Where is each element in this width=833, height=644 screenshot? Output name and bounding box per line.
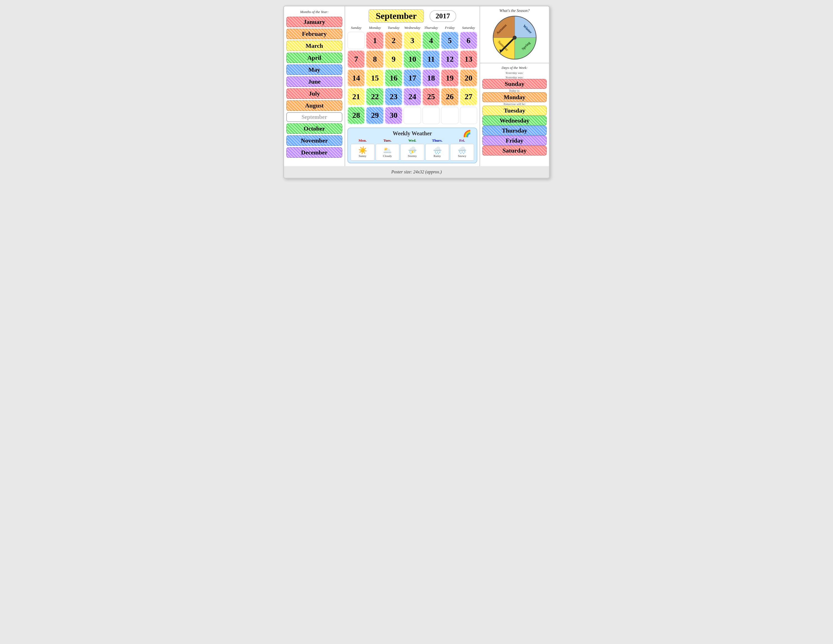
calendar-cell — [441, 107, 458, 124]
calendar-cell — [347, 32, 365, 49]
calendar-cell: 29 — [366, 107, 383, 124]
calendar-cell: 26 — [441, 88, 458, 105]
weather-cell-stormy: ⛈️Stormy — [400, 144, 424, 161]
month-tag-july: July — [286, 89, 343, 99]
weather-icon: 🌨️ — [458, 147, 466, 154]
calendar-cell: 30 — [385, 107, 402, 124]
year-box: 2017 — [429, 10, 456, 22]
weather-label: Rainy — [433, 154, 441, 158]
poster: Months of the Year: JanuaryFebruaryMarch… — [283, 6, 550, 179]
day-header-tuesday: Tuesday — [385, 25, 402, 31]
calendar-header: September 2017 — [347, 9, 477, 23]
calendar-cell: 24 — [404, 88, 421, 105]
calendar-cell — [404, 107, 421, 124]
calendar-cell: 22 — [366, 88, 383, 105]
days-list: Yesterday was:SundayToday is:MondayTomor… — [482, 76, 547, 156]
month-tag-february: February — [286, 29, 343, 39]
calendar-cell: 11 — [422, 50, 440, 68]
footer-text: Poster size: 24x32 (approx.) — [391, 169, 442, 174]
weather-label: Stormy — [408, 154, 417, 158]
footer: Poster size: 24x32 (approx.) — [284, 166, 549, 178]
month-tag-october: October — [286, 123, 343, 134]
month-tag-april: April — [286, 53, 343, 63]
weather-cell-cloudy: 🌥️Cloudy — [376, 144, 400, 161]
day-header-thursday: Thursday — [422, 25, 440, 31]
weather-title: Weekly Weather 🌈 — [351, 130, 474, 137]
day-header-monday: Monday — [366, 25, 383, 31]
day-subtitle-1: Today is: — [482, 89, 547, 92]
weather-label: Snowy — [458, 154, 466, 158]
weather-icon: 🌧️ — [433, 147, 442, 154]
weather-header-fri.: Fri. — [450, 138, 474, 143]
calendar-cell: 20 — [460, 69, 477, 87]
calendar-cell: 25 — [422, 88, 440, 105]
calendar-cell: 1 — [366, 32, 383, 49]
calendar-cell: 23 — [385, 88, 402, 105]
month-tag-march: March — [286, 40, 343, 51]
calendar-cell: 14 — [347, 69, 365, 87]
svg-point-9 — [513, 36, 516, 40]
weather-icon: ☀️ — [358, 147, 367, 154]
days-of-week-section: Days of the Week: Yesterday was: Yesterd… — [480, 63, 549, 158]
calendar-cell: 27 — [460, 88, 477, 105]
month-tag-june: June — [286, 76, 343, 87]
weather-cell-rainy: 🌧️Rainy — [425, 144, 449, 161]
calendar-cell: 18 — [422, 69, 440, 87]
weather-section: Weekly Weather 🌈 Mon.Tues.Wed.Thurs.Fri.… — [347, 127, 477, 163]
center-column: September 2017 SundayMondayTuesdayWednes… — [345, 6, 479, 166]
day-tag-monday: Monday — [482, 92, 547, 102]
calendar-cell: 3 — [404, 32, 421, 49]
weather-header-mon.: Mon. — [351, 138, 375, 143]
calendar-cell: 4 — [422, 32, 440, 49]
season-wheel-svg: Autumn Winter Summer Spring — [492, 15, 537, 61]
month-tag-august: August — [286, 100, 343, 111]
day-header-sunday: Sunday — [347, 25, 365, 31]
calendar-cell — [460, 107, 477, 124]
day-header-wednesday: Wednesday — [404, 25, 421, 31]
calendar-cell: 28 — [347, 107, 365, 124]
day-subtitle-0: Yesterday was: — [482, 76, 547, 79]
right-column: What's the Season? Autumn — [479, 6, 549, 166]
day-header-friday: Friday — [441, 25, 458, 31]
calendar-cell: 16 — [385, 69, 402, 87]
weather-cell-sunny: ☀️Sunny — [351, 144, 375, 161]
month-tag-september: September — [286, 112, 343, 122]
day-tag-wednesday: Wednesday — [482, 116, 547, 126]
weather-header-wed.: Wed. — [400, 138, 424, 143]
weather-header-thurs.: Thurs. — [425, 138, 449, 143]
yesterday-label: Yesterday was: — [482, 71, 547, 74]
calendar-cell: 5 — [441, 32, 458, 49]
month-title: September — [368, 9, 424, 23]
weather-label: Cloudy — [383, 154, 392, 158]
season-wheel: Autumn Winter Summer Spring — [492, 15, 537, 61]
weather-header-tues.: Tues. — [376, 138, 400, 143]
month-tag-december: December — [286, 147, 343, 158]
season-section: What's the Season? Autumn — [480, 6, 549, 63]
season-title: What's the Season? — [500, 9, 530, 13]
weather-icon: 🌥️ — [383, 147, 392, 154]
calendar-cell: 10 — [404, 50, 421, 68]
weather-label: Sunny — [359, 154, 367, 158]
calendar-cell — [422, 107, 440, 124]
day-tag-tuesday: Tuesday — [482, 106, 547, 116]
calendar-cell: 17 — [404, 69, 421, 87]
weather-cell-snowy: 🌨️Snowy — [450, 144, 474, 161]
calendar-cell: 12 — [441, 50, 458, 68]
rainbow-icon: 🌈 — [463, 130, 471, 137]
months-title: Months of the Year: — [286, 10, 343, 14]
calendar-cell: 19 — [441, 69, 458, 87]
day-tag-sunday: Sunday — [482, 79, 547, 89]
day-tag-thursday: Thursday — [482, 126, 547, 135]
calendar-cell: 8 — [366, 50, 383, 68]
calendar-cell: 15 — [366, 69, 383, 87]
calendar-grid: SundayMondayTuesdayWednesdayThursdayFrid… — [347, 25, 477, 124]
calendar-cell: 13 — [460, 50, 477, 68]
calendar-cell: 21 — [347, 88, 365, 105]
weather-icon: ⛈️ — [408, 147, 417, 154]
months-column: Months of the Year: JanuaryFebruaryMarch… — [284, 6, 345, 166]
calendar-cell: 2 — [385, 32, 402, 49]
calendar-cell: 7 — [347, 50, 365, 68]
day-header-saturday: Saturday — [460, 25, 477, 31]
weather-grid: Mon.Tues.Wed.Thurs.Fri.☀️Sunny🌥️Cloudy⛈️… — [351, 138, 474, 161]
calendar-cell: 9 — [385, 50, 402, 68]
